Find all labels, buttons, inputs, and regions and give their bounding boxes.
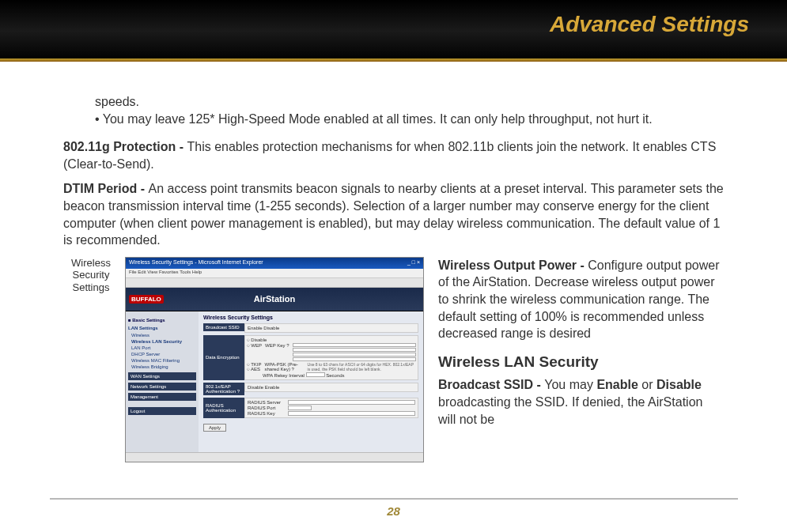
mock-side-head: ■ Basic Settings bbox=[128, 318, 196, 323]
continued-text: speeds. • You may leave 125* High-Speed … bbox=[63, 93, 724, 127]
mock-titlebar: Wireless Security Settings - Microsoft I… bbox=[126, 258, 423, 269]
mock-label: 802.1x/EAP Authentication ? bbox=[203, 383, 244, 395]
mock-label: RADIUS Authentication bbox=[203, 398, 244, 418]
mock-field: RADIUS Server RADIUS Port RADIUS Key bbox=[244, 398, 418, 418]
mock-toolbar bbox=[126, 278, 423, 288]
mock-brand-logo: AirStation bbox=[254, 294, 296, 304]
text-ssid-enable: Enable bbox=[596, 378, 638, 391]
mock-rlabel: RADIUS Key bbox=[248, 411, 286, 416]
text-ssid-disable: Disable bbox=[656, 378, 702, 391]
paragraph-output-power: Wireless Output Power - Config­ure outpu… bbox=[438, 257, 724, 342]
text-ssid-c: broadcasting the SSID. If denied, the Ai… bbox=[438, 395, 702, 426]
paragraph-broadcast-ssid: Broadcast SSID - You may Enable or Disab… bbox=[438, 376, 724, 428]
paragraph-80211g: 802.11g Protection - This enables protec… bbox=[63, 138, 724, 172]
text-ssid-b: or bbox=[638, 378, 656, 391]
mock-side-item: LAN Port bbox=[128, 345, 196, 351]
mock-brand-tag: BUFFALO bbox=[129, 295, 164, 304]
screenshot-mock: Wireless Security Settings - Microsoft I… bbox=[125, 257, 424, 462]
mock-opt: AES bbox=[251, 367, 260, 372]
page-footer: 28 bbox=[0, 498, 787, 518]
mock-sidebar: ■ Basic Settings LAN Settings Wireless W… bbox=[126, 311, 199, 452]
mock-radio: ○ WEP WEP Key ? bbox=[247, 343, 416, 361]
mock-psk-hint: Use 8 to 63 chars for ASCII or 64 digits… bbox=[308, 362, 416, 372]
mock-rlabel: RADIUS Server bbox=[248, 400, 286, 405]
mock-field: Enable Disable bbox=[244, 323, 418, 333]
text-ssid-a: You may bbox=[544, 378, 596, 391]
label-broadcast-ssid: Broadcast SSID - bbox=[438, 378, 544, 391]
figure-block: Wireless Security Settings Wireless Secu… bbox=[63, 257, 424, 462]
right-column: Wireless Output Power - Config­ure outpu… bbox=[438, 257, 724, 436]
mock-side-item: Wireless Bridging bbox=[128, 364, 196, 370]
mock-side-block: Management bbox=[128, 393, 196, 401]
mock-banner: BUFFALO AirStation bbox=[126, 288, 423, 311]
page-number: 28 bbox=[0, 504, 787, 518]
mock-side-item: DHCP Server bbox=[128, 351, 196, 357]
mock-label: Data Encryption bbox=[203, 335, 244, 380]
mock-side-item: Wireless MAC Filtering bbox=[128, 357, 196, 364]
mock-rekey: WPA Rekey Interval Seconds bbox=[247, 372, 416, 378]
mock-label: Broadcast SSID bbox=[203, 323, 244, 331]
mock-side-block: WAN Settings bbox=[128, 372, 196, 380]
mock-side-logout: Logout bbox=[128, 407, 196, 415]
mock-side-lan: LAN Settings bbox=[128, 326, 196, 330]
label-dtim: DTIM Period - bbox=[63, 182, 149, 195]
mock-radio-set: ○ Disable ○ WEP WEP Key ? bbox=[244, 335, 418, 380]
mock-rlabel: RADIUS Port bbox=[248, 406, 286, 410]
mock-body: ■ Basic Settings LAN Settings Wireless W… bbox=[126, 311, 423, 452]
mock-apply-button: Apply bbox=[203, 424, 226, 432]
mock-radio: ○ TKIP ○ AES WPA-PSK (Pre-shared Key) ? … bbox=[247, 362, 416, 372]
mock-opt: Disable bbox=[251, 338, 267, 342]
mock-rekey-unit: Seconds bbox=[326, 373, 344, 378]
mock-main: Wireless Security Settings Broadcast SSI… bbox=[199, 311, 423, 452]
speeds-fragment: speeds. bbox=[95, 93, 724, 111]
content-area: speeds. • You may leave 125* High-Speed … bbox=[0, 62, 787, 462]
page-header: Advanced Settings bbox=[0, 0, 787, 62]
mock-side-item: Wireless LAN Security bbox=[128, 338, 196, 345]
mock-menubar: File Edit View Favorites Tools Help bbox=[126, 269, 423, 278]
mock-field: Disable Enable bbox=[244, 383, 418, 392]
bullet-item: • You may leave 125* High-Speed Mode ena… bbox=[95, 111, 724, 128]
mock-side-block: Network Settings bbox=[128, 383, 196, 391]
footer-divider bbox=[50, 498, 738, 500]
paragraph-dtim: DTIM Period - An access point transmits … bbox=[63, 180, 724, 248]
mock-row-8021x: 802.1x/EAP Authentication ? Disable Enab… bbox=[203, 383, 418, 395]
mock-rekey-label: WPA Rekey Interval bbox=[263, 373, 305, 378]
mock-window-controls: _ □ × bbox=[407, 259, 420, 267]
mock-wep-key: WEP Key ? bbox=[265, 343, 289, 361]
mock-side-item: Wireless bbox=[128, 332, 196, 338]
mock-window-title: Wireless Security Settings - Microsoft I… bbox=[129, 259, 263, 267]
mock-row-broadcast: Broadcast SSID Enable Disable bbox=[203, 323, 418, 333]
figure-caption: Wireless Security Settings bbox=[63, 257, 119, 294]
mock-row-radius: RADIUS Authentication RADIUS Server RADI… bbox=[203, 398, 418, 418]
mock-psk-label: WPA-PSK (Pre-shared Key) ? bbox=[265, 362, 305, 372]
label-output-power: Wireless Output Power - bbox=[438, 258, 588, 272]
mock-statusbar bbox=[126, 452, 423, 462]
mock-opt: WEP bbox=[251, 343, 262, 348]
page-title: Advanced Settings bbox=[550, 12, 749, 37]
mock-radio: ○ Disable bbox=[247, 338, 416, 342]
subhead-wlan-security: Wireless LAN Security bbox=[438, 352, 724, 372]
mock-row-encryption: Data Encryption ○ Disable ○ WEP WEP Key … bbox=[203, 335, 418, 380]
bullet-text: You may leave 125* High-Speed Mode enabl… bbox=[103, 112, 653, 126]
body-columns: Wireless Security Settings Wireless Secu… bbox=[63, 257, 724, 462]
text-dtim: An access point transmits beacon signals… bbox=[63, 182, 724, 247]
mock-main-head: Wireless Security Settings bbox=[203, 315, 418, 320]
label-80211g: 802.11g Protection - bbox=[63, 140, 187, 153]
